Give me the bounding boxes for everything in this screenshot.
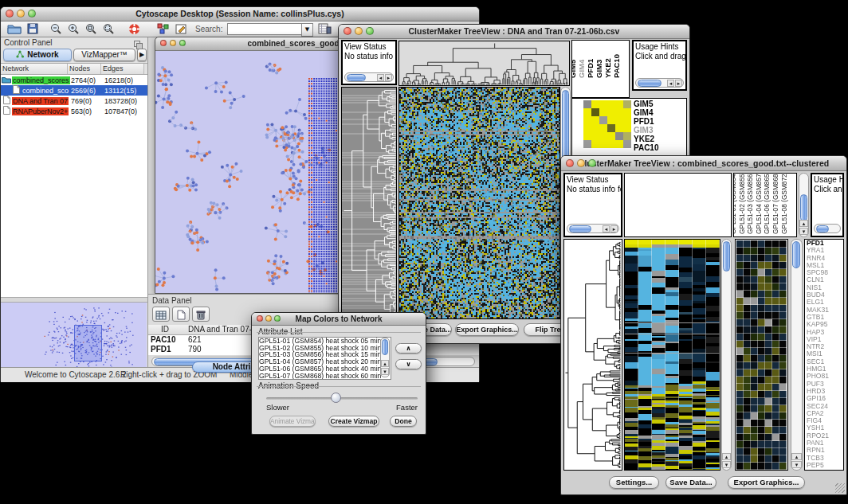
gene-label[interactable]: SPC98	[807, 269, 843, 276]
minimize-button[interactable]	[17, 10, 25, 18]
export-graphics-button[interactable]: Export Graphics...	[728, 476, 805, 489]
animate-vizmap-button[interactable]: Animate Vizmap	[269, 416, 316, 427]
scroll-up-icon[interactable]: ▴	[722, 453, 731, 460]
gene-label[interactable]: KAP95	[807, 321, 843, 328]
gene-label[interactable]: PEP5	[807, 462, 843, 469]
gene-label[interactable]: PUF3	[807, 381, 843, 388]
scroll-down-icon[interactable]: ▾	[791, 461, 802, 468]
gene-label[interactable]: VIP1	[807, 336, 843, 343]
gene-label[interactable]: RNR4	[807, 255, 843, 262]
scroll-down-icon[interactable]: ▾	[381, 368, 389, 375]
tv2-column-tree-box[interactable]	[624, 173, 732, 237]
gene-label[interactable]: NIS1	[807, 284, 843, 291]
vscroll-thumb[interactable]	[723, 241, 730, 272]
zoom-button[interactable]	[366, 27, 374, 35]
network-row[interactable]: combined_scores2764(0)16218(0)	[1, 75, 147, 85]
gene-label[interactable]: HAP3	[807, 329, 843, 336]
column-header[interactable]: Nodes	[68, 64, 101, 74]
column-label[interactable]: GIM3	[595, 60, 603, 78]
new-attribute-icon[interactable]	[172, 307, 190, 322]
zoom-button[interactable]	[274, 315, 281, 322]
delete-attribute-icon[interactable]	[192, 307, 210, 322]
zoom-in-icon[interactable]	[68, 23, 80, 38]
animation-speed-slider[interactable]	[266, 397, 418, 400]
gene-label[interactable]: MON2	[807, 469, 843, 471]
zoom-button[interactable]	[179, 40, 186, 46]
zoom-fit-icon[interactable]	[103, 23, 115, 38]
column-label[interactable]: GPL51-01 (GSM854)	[733, 173, 737, 234]
scroll-left-icon[interactable]: ◂	[603, 225, 610, 232]
column-label[interactable]: GPL51-07 (GSM868)	[771, 173, 779, 234]
gene-label[interactable]: NTR2	[807, 343, 843, 350]
tv2-heatmap-vscroll[interactable]: ▴▾	[721, 239, 732, 471]
global-heatmap[interactable]	[399, 88, 559, 318]
gene-label[interactable]: HMG1	[807, 365, 843, 373]
column-label[interactable]: PFD1	[586, 59, 595, 78]
table-mode-icon[interactable]	[152, 307, 170, 322]
gene-label[interactable]: PHO81	[807, 373, 843, 380]
scroll-left-icon[interactable]: ◂	[377, 74, 384, 81]
network-row[interactable]: RNAPuberNov2+563(0)107847(0)	[1, 106, 147, 116]
gene-label[interactable]: CPA2	[807, 410, 843, 417]
network-row[interactable]: combined_sco2569(6)13112(15)	[1, 85, 147, 96]
tv1-titlebar[interactable]: ClusterMaker TreeView : DNA and Tran 07-…	[339, 25, 689, 39]
create-vizmap-button[interactable]: Create Vizmap	[328, 416, 379, 427]
gene-label[interactable]: YRA1	[807, 247, 843, 254]
gene-label[interactable]: GIM3	[634, 126, 659, 135]
column-label[interactable]: PAC10	[612, 54, 621, 78]
zoom-out-icon[interactable]	[50, 23, 62, 38]
export-graphics-button[interactable]: Export Graphics...	[455, 323, 519, 336]
tv2-zoom-vscroll[interactable]: ▴▾	[791, 239, 803, 471]
tab-overflow-arrow[interactable]: ▶	[137, 49, 147, 61]
close-button[interactable]	[566, 159, 574, 167]
close-button[interactable]	[257, 315, 263, 322]
gene-label[interactable]: GIM5	[634, 100, 659, 108]
scroll-down-icon[interactable]: ▾	[722, 461, 731, 468]
scroll-right-icon[interactable]: ▸	[610, 225, 618, 232]
move-down-button[interactable]: ∨	[395, 359, 422, 369]
column-label[interactable]: GPL51-03 (GSM856)	[746, 173, 754, 234]
minimize-button[interactable]	[265, 315, 272, 322]
column-label[interactable]: GPL51-04 (GSM857)	[755, 173, 763, 234]
settings-button[interactable]: Settings...	[609, 476, 659, 489]
gene-label[interactable]: PFD1	[634, 117, 659, 126]
zoom-selected-icon[interactable]	[85, 23, 97, 38]
row-dendrogram[interactable]	[564, 240, 622, 470]
save-data-button[interactable]: Save Data...	[665, 476, 716, 489]
hscroll-thumb[interactable]	[638, 80, 662, 87]
gene-label[interactable]: RPO21	[807, 432, 843, 440]
tv1-status-hscroll[interactable]: ◂▸	[344, 72, 394, 82]
tv2-labels-vscroll[interactable]: ▴▾	[799, 173, 809, 237]
gene-label[interactable]: CLN1	[807, 276, 843, 283]
birdseye-view[interactable]	[1, 303, 147, 377]
scroll-left-icon[interactable]: ◂	[667, 80, 674, 87]
vscroll-thumb[interactable]	[792, 241, 800, 268]
minimize-button[interactable]	[577, 159, 585, 167]
column-label[interactable]: GPL51-06 (GSM865)	[763, 173, 771, 234]
gene-label-selected[interactable]: PFD1	[807, 240, 843, 247]
gene-label[interactable]: PAC10	[634, 143, 659, 152]
gene-label[interactable]: GIM4	[634, 108, 659, 117]
zoom-button[interactable]	[28, 10, 36, 18]
resize-grip[interactable]	[835, 483, 845, 493]
search-input[interactable]	[227, 23, 302, 35]
open-file-icon[interactable]	[7, 23, 22, 37]
dialog-titlebar[interactable]: Map Colors to Network	[252, 313, 426, 326]
minimize-button[interactable]	[170, 40, 176, 46]
gene-label[interactable]: GTB1	[807, 314, 843, 321]
tv2-titlebar[interactable]: ClusterMaker TreeView : combined_scores_…	[561, 156, 846, 171]
gene-label[interactable]: YKE2	[634, 135, 659, 143]
attribute-item[interactable]: GPL51-07 (GSM868) heat shock 60 min	[259, 373, 391, 380]
main-titlebar[interactable]: Cytoscape Desktop (Session Name: collins…	[1, 7, 479, 21]
hscroll-thumb[interactable]	[347, 74, 366, 81]
global-heatmap[interactable]	[625, 240, 720, 470]
summary-matrix[interactable]	[583, 100, 631, 148]
scroll-up-icon[interactable]: ▴	[381, 360, 389, 367]
tv2-status-hscroll[interactable]: ◂▸	[567, 224, 619, 233]
gene-label[interactable]: GPI16	[807, 395, 843, 402]
scroll-down-icon[interactable]: ▾	[799, 228, 808, 235]
tv1-hints-hscroll[interactable]: ◂▸	[635, 78, 684, 88]
hscroll-thumb[interactable]	[569, 225, 591, 232]
column-label[interactable]: GIM4	[577, 60, 586, 78]
move-up-button[interactable]: ∧	[395, 343, 422, 354]
